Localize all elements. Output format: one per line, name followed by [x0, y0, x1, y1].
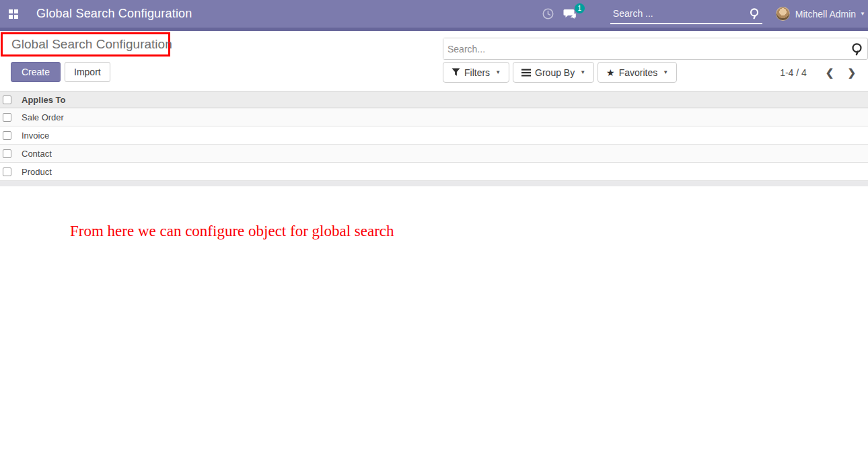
activities-menu[interactable]: [542, 8, 554, 20]
view-search-box: [443, 38, 868, 60]
annotation-text: From here we can configure object for gl…: [70, 223, 394, 240]
row-checkbox[interactable]: [3, 131, 11, 140]
user-name: Mitchell Admin: [795, 9, 856, 20]
table-row[interactable]: Sale Order: [0, 108, 868, 126]
user-menu[interactable]: Mitchell Admin ▼: [776, 7, 865, 21]
pager-previous-button[interactable]: ❮: [819, 67, 841, 79]
favorites-button[interactable]: ★ Favorites ▼: [598, 62, 677, 83]
breadcrumb: Global Search Configuration: [3, 37, 172, 52]
chevron-down-icon: ▼: [663, 69, 668, 75]
filters-button[interactable]: Filters ▼: [443, 62, 509, 83]
row-checkbox[interactable]: [3, 167, 11, 176]
group-by-button[interactable]: Group By ▼: [513, 62, 594, 83]
column-header-applies-to[interactable]: Applies To: [20, 95, 65, 105]
search-icon[interactable]: [749, 7, 761, 20]
table-row[interactable]: Invoice: [0, 126, 868, 145]
table-row[interactable]: Contact: [0, 145, 868, 163]
control-panel: Global Search Configuration Create Impor…: [0, 31, 868, 91]
filter-icon: [451, 68, 460, 77]
row-label: Invoice: [20, 130, 49, 141]
row-label: Contact: [20, 149, 52, 159]
chevron-down-icon: ▼: [860, 11, 865, 17]
avatar: [776, 7, 790, 21]
row-checkbox[interactable]: [3, 113, 11, 122]
pager-next-button[interactable]: ❯: [840, 67, 863, 79]
navbar-search-input[interactable]: [610, 4, 742, 22]
select-all-checkbox[interactable]: [3, 96, 11, 104]
table-row[interactable]: Product: [0, 163, 868, 181]
chevron-down-icon: ▼: [580, 69, 585, 75]
notification-badge: 1: [575, 3, 585, 13]
messages-menu[interactable]: 1: [563, 8, 578, 20]
pager-value[interactable]: 1-4 / 4: [780, 67, 807, 78]
import-button[interactable]: Import: [65, 62, 110, 82]
list-view: Applies To Sale Order Invoice Contact Pr…: [0, 91, 868, 186]
row-label: Product: [20, 167, 52, 177]
pager: 1-4 / 4 ❮ ❯: [780, 67, 868, 79]
chevron-down-icon: ▼: [495, 69, 501, 75]
view-search-input[interactable]: [443, 38, 846, 59]
list-header-row: Applies To: [0, 91, 868, 108]
magnifier-icon[interactable]: [851, 42, 864, 56]
apps-menu-button[interactable]: [0, 0, 27, 28]
row-checkbox[interactable]: [3, 149, 11, 158]
top-navbar: Global Search Configuration 1 Mitchell: [0, 0, 868, 31]
clock-icon: [542, 8, 554, 20]
star-icon: ★: [606, 68, 615, 77]
bars-icon: [521, 69, 531, 77]
create-button[interactable]: Create: [11, 62, 61, 82]
navbar-search: [610, 4, 762, 24]
app-title: Global Search Configuration: [36, 7, 192, 21]
breadcrumb-highlight-box: Global Search Configuration: [1, 32, 170, 57]
row-label: Sale Order: [20, 112, 64, 122]
apps-grid-icon: [9, 9, 18, 19]
list-footer: [0, 181, 868, 186]
